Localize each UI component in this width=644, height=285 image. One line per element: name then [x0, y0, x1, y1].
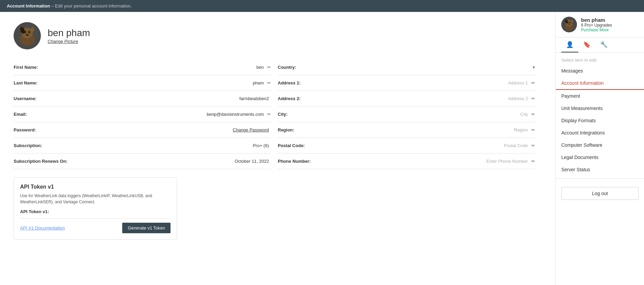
edit-icon-phone[interactable]: ✏	[531, 159, 535, 164]
sidebar-item-computer-software[interactable]: Computer Software	[556, 139, 644, 151]
sidebar-item-legal-documents[interactable]: Legal Documents	[556, 151, 644, 163]
edit-icon-firstname[interactable]: ✏	[267, 65, 271, 70]
sidebar-purchase-more[interactable]: Purchase More	[581, 28, 612, 32]
profile-name: ben pham	[48, 28, 90, 38]
field-row-phone: Phone Number: Enter Phone Number ✏	[278, 154, 535, 169]
logout-button[interactable]: Log out	[561, 187, 639, 200]
field-value-username: farmbeatsben2	[68, 96, 271, 101]
top-bar: Account Information – Edit your personal…	[0, 0, 644, 12]
svg-point-14	[568, 23, 570, 25]
field-label-address1: Address 1:	[278, 80, 332, 85]
field-value-city: City	[332, 112, 530, 117]
sidebar-item-account-integrations[interactable]: Account Integrations	[556, 127, 644, 139]
field-row-country: Country: ▾	[278, 60, 535, 75]
main-content: ben pham Change Picture First Name: ben …	[0, 12, 556, 285]
field-label-firstname: First Name:	[14, 65, 68, 70]
field-value-postal: Postal Code	[332, 143, 530, 148]
tab-settings[interactable]: 🔧	[595, 37, 612, 52]
sidebar-item-server-status[interactable]: Server Status	[556, 163, 644, 176]
edit-icon-address2[interactable]: ✏	[531, 96, 535, 101]
field-value-phone: Enter Phone Number	[332, 159, 530, 164]
field-label-city: City:	[278, 112, 332, 117]
field-value-email: benp@davisinstruments.com	[68, 112, 266, 117]
sidebar-item-messages[interactable]: Messages	[556, 65, 644, 77]
edit-icon-city[interactable]: ✏	[531, 112, 535, 117]
field-row-firstname: First Name: ben ✏	[14, 60, 271, 75]
field-row-region: Region: Region ✏	[278, 122, 535, 138]
sidebar-tabs: 👤 🔖 🔧	[556, 37, 644, 53]
api-token-box: API Token v1 Use for WeatherLink data lo…	[14, 177, 177, 240]
sidebar-avatar	[561, 17, 577, 32]
field-row-renews: Subscription Renews On: October 11, 2022	[14, 154, 271, 169]
country-dropdown-arrow[interactable]: ▾	[533, 65, 535, 70]
sidebar-upgrades: 6 Pro+ Upgrades	[581, 23, 612, 28]
field-label-address2: Address 2:	[278, 96, 332, 101]
field-label-postal: Postal Code:	[278, 143, 332, 148]
change-picture-link[interactable]: Change Picture	[48, 39, 78, 44]
field-row-lastname: Last Name: pham ✏	[14, 75, 271, 91]
field-value-firstname: ben	[68, 65, 266, 70]
field-row-address2: Address 2: Address 2 ✏	[278, 91, 535, 107]
edit-icon-postal[interactable]: ✏	[531, 143, 535, 148]
field-value-renews: October 11, 2022	[68, 159, 271, 164]
field-row-postal: Postal Code: Postal Code ✏	[278, 138, 535, 154]
field-label-phone: Phone Number:	[278, 159, 332, 164]
sidebar-item-account-information[interactable]: Account Information	[556, 77, 644, 90]
api-token-title: API Token v1	[20, 184, 171, 190]
tab-bookmarks[interactable]: 🔖	[578, 37, 595, 52]
api-token-description: Use for WeatherLink data loggers (Weathe…	[20, 193, 171, 205]
field-label-email: Email:	[14, 112, 68, 117]
edit-icon-lastname[interactable]: ✏	[267, 80, 271, 85]
sidebar: ben pham 6 Pro+ Upgrades Purchase More 👤…	[556, 12, 644, 285]
sidebar-menu: Messages Account Information Payment Uni…	[556, 65, 644, 176]
top-bar-subtitle: – Edit your personal account information…	[51, 3, 132, 9]
field-label-username: Username:	[14, 96, 68, 101]
field-row-password: Password: Change Password	[14, 122, 271, 138]
edit-icon-address1[interactable]: ✏	[531, 80, 535, 85]
svg-point-8	[26, 34, 28, 36]
field-label-password: Password:	[14, 127, 68, 132]
field-row-email: Email: benp@davisinstruments.com ✏	[14, 107, 271, 122]
field-row-city: City: City ✏	[278, 107, 535, 122]
generate-v1-token-button[interactable]: Generate v1 Token	[122, 223, 171, 233]
field-label-country: Country:	[278, 65, 332, 70]
field-value-region: Region	[332, 127, 530, 132]
api-doc-link[interactable]: API V1 Documentation	[20, 225, 65, 231]
profile-info: ben pham Change Picture	[48, 28, 90, 44]
form-grid: First Name: ben ✏ Last Name: pham ✏ User…	[14, 60, 542, 240]
tab-profile[interactable]: 👤	[561, 37, 578, 52]
field-label-region: Region:	[278, 127, 332, 132]
sidebar-divider	[556, 178, 644, 179]
api-token-label: API Token v1:	[20, 209, 171, 219]
select-item-label: Select item to edit	[556, 53, 644, 65]
field-value-lastname: pham	[68, 80, 266, 85]
logout-section: Log out	[556, 181, 644, 205]
layout: ben pham Change Picture First Name: ben …	[0, 12, 644, 285]
field-value-address2: Address 2	[332, 96, 530, 101]
form-right: Country: ▾ Address 1: Address 1 ✏ Addres…	[278, 60, 542, 240]
profile-header: ben pham Change Picture	[14, 22, 542, 49]
form-left: First Name: ben ✏ Last Name: pham ✏ User…	[14, 60, 278, 240]
field-row-subscription: Subscription: Pro+ (6)	[14, 138, 271, 154]
sidebar-item-display-formats[interactable]: Display Formats	[556, 114, 644, 127]
sidebar-username: ben pham	[581, 17, 612, 23]
change-password-link[interactable]: Change Password	[233, 127, 269, 132]
field-value-address1: Address 1	[332, 80, 530, 85]
field-value-password: Change Password	[68, 127, 271, 132]
field-label-subscription: Subscription:	[14, 143, 68, 148]
field-value-subscription: Pro+ (6)	[68, 143, 271, 148]
field-label-lastname: Last Name:	[14, 80, 68, 85]
edit-icon-region[interactable]: ✏	[531, 127, 535, 132]
edit-icon-email[interactable]: ✏	[267, 112, 271, 117]
field-label-renews: Subscription Renews On:	[14, 159, 68, 164]
field-row-username: Username: farmbeatsben2	[14, 91, 271, 107]
avatar	[14, 22, 41, 49]
user-panel: ben pham 6 Pro+ Upgrades Purchase More	[556, 12, 644, 37]
sidebar-item-payment[interactable]: Payment	[556, 90, 644, 102]
user-info: ben pham 6 Pro+ Upgrades Purchase More	[581, 17, 612, 32]
top-bar-title: Account Information	[7, 3, 50, 9]
field-row-address1: Address 1: Address 1 ✏	[278, 75, 535, 91]
sidebar-item-unit-measurements[interactable]: Unit Measurements	[556, 102, 644, 114]
api-token-footer: API V1 Documentation Generate v1 Token	[20, 223, 171, 233]
